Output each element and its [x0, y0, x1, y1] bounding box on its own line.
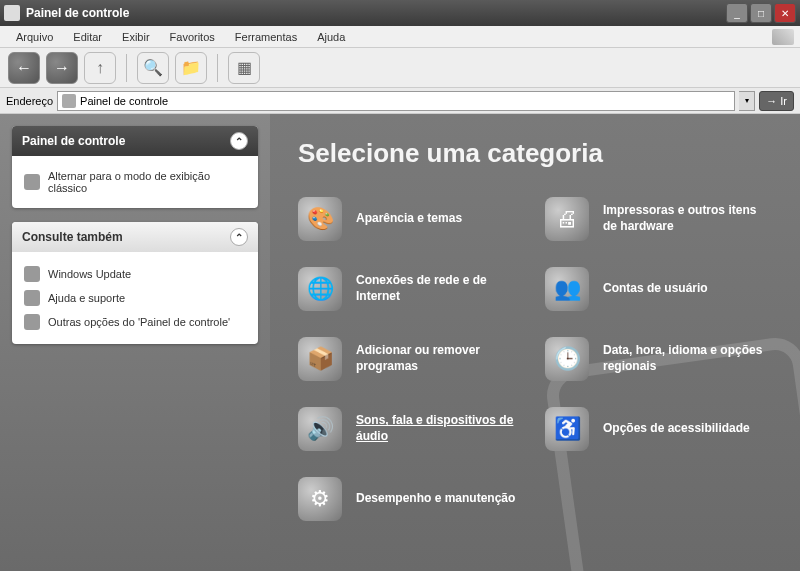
panel-control-title: Painel de controle: [22, 134, 125, 148]
up-button[interactable]: ↑: [84, 52, 116, 84]
go-arrow-icon: →: [766, 95, 777, 107]
search-button[interactable]: 🔍: [137, 52, 169, 84]
category-printers-label: Impressoras e outros itens de hardware: [603, 203, 772, 234]
performance-icon: ⚙: [298, 477, 342, 521]
content-heading: Selecione uma categoria: [298, 138, 772, 169]
gear-icon: [24, 314, 40, 330]
users-icon: 👥: [545, 267, 589, 311]
menubar: Arquivo Editar Exibir Favoritos Ferramen…: [0, 26, 800, 48]
categories-grid: 🎨 Aparência e temas 🖨 Impressoras e outr…: [298, 195, 772, 523]
toolbar-separator: [126, 54, 127, 82]
views-button[interactable]: ▦: [228, 52, 260, 84]
category-printers[interactable]: 🖨 Impressoras e outros itens de hardware: [545, 195, 772, 243]
content: Selecione uma categoria 🎨 Aparência e te…: [270, 114, 800, 571]
category-network[interactable]: 🌐 Conexões de rede e de Internet: [298, 265, 525, 313]
globe-icon: [24, 266, 40, 282]
category-date-time-label: Data, hora, idioma e opções regionais: [603, 343, 772, 374]
category-users[interactable]: 👥 Contas de usuário: [545, 265, 772, 313]
category-add-remove-label: Adicionar ou remover programas: [356, 343, 525, 374]
help-icon: [24, 290, 40, 306]
accessibility-icon: ♿: [545, 407, 589, 451]
category-accessibility[interactable]: ♿ Opções de acessibilidade: [545, 405, 772, 453]
switch-view-icon: [24, 174, 40, 190]
network-icon: 🌐: [298, 267, 342, 311]
category-add-remove[interactable]: 📦 Adicionar ou remover programas: [298, 335, 525, 383]
maximize-button[interactable]: □: [750, 3, 772, 23]
panel-control-header[interactable]: Painel de controle ⌃: [12, 126, 258, 156]
category-appearance[interactable]: 🎨 Aparência e temas: [298, 195, 525, 243]
switch-classic-view[interactable]: Alternar para o modo de exibição clássic…: [24, 166, 246, 198]
menu-editar[interactable]: Editar: [63, 29, 112, 45]
category-network-label: Conexões de rede e de Internet: [356, 273, 525, 304]
category-performance[interactable]: ⚙ Desempenho e manutenção: [298, 475, 525, 523]
category-users-label: Contas de usuário: [603, 281, 708, 297]
category-sounds[interactable]: 🔊 Sons, fala e dispositivos de áudio: [298, 405, 525, 453]
windows-update-label: Windows Update: [48, 268, 131, 280]
panel-control: Painel de controle ⌃ Alternar para o mod…: [12, 126, 258, 208]
back-button[interactable]: ←: [8, 52, 40, 84]
clock-icon: 🕒: [545, 337, 589, 381]
close-button[interactable]: ✕: [774, 3, 796, 23]
speaker-icon: 🔊: [298, 407, 342, 451]
link-other-options[interactable]: Outras opções do 'Painel de controle': [24, 310, 246, 334]
menu-favoritos[interactable]: Favoritos: [160, 29, 225, 45]
main: Painel de controle ⌃ Alternar para o mod…: [0, 114, 800, 571]
menu-arquivo[interactable]: Arquivo: [6, 29, 63, 45]
address-dropdown[interactable]: ▾: [739, 91, 755, 111]
toolbar-separator: [217, 54, 218, 82]
link-windows-update[interactable]: Windows Update: [24, 262, 246, 286]
panel-control-body: Alternar para o modo de exibição clássic…: [12, 156, 258, 208]
category-accessibility-label: Opções de acessibilidade: [603, 421, 750, 437]
toolbar: ← → ↑ 🔍 📁 ▦: [0, 48, 800, 88]
panel-seealso-body: Windows Update Ajuda e suporte Outras op…: [12, 252, 258, 344]
link-help-support[interactable]: Ajuda e suporte: [24, 286, 246, 310]
panel-seealso: Consulte também ⌃ Windows Update Ajuda e…: [12, 222, 258, 344]
palette-icon: 🎨: [298, 197, 342, 241]
go-button[interactable]: → Ir: [759, 91, 794, 111]
menu-ferramentas[interactable]: Ferramentas: [225, 29, 307, 45]
help-support-label: Ajuda e suporte: [48, 292, 125, 304]
address-label: Endereço: [6, 95, 53, 107]
minimize-button[interactable]: _: [726, 3, 748, 23]
control-panel-icon: [62, 94, 76, 108]
folders-button[interactable]: 📁: [175, 52, 207, 84]
addressbar: Endereço Painel de controle ▾ → Ir: [0, 88, 800, 114]
panel-seealso-header[interactable]: Consulte também ⌃: [12, 222, 258, 252]
category-appearance-label: Aparência e temas: [356, 211, 462, 227]
sidebar: Painel de controle ⌃ Alternar para o mod…: [0, 114, 270, 571]
printer-icon: 🖨: [545, 197, 589, 241]
category-date-time[interactable]: 🕒 Data, hora, idioma e opções regionais: [545, 335, 772, 383]
category-performance-label: Desempenho e manutenção: [356, 491, 515, 507]
collapse-icon[interactable]: ⌃: [230, 228, 248, 246]
collapse-icon[interactable]: ⌃: [230, 132, 248, 150]
window-title: Painel de controle: [26, 6, 724, 20]
address-value: Painel de controle: [80, 95, 168, 107]
go-label: Ir: [780, 95, 787, 107]
other-options-label: Outras opções do 'Painel de controle': [48, 316, 230, 328]
package-icon: 📦: [298, 337, 342, 381]
forward-button[interactable]: →: [46, 52, 78, 84]
menu-exibir[interactable]: Exibir: [112, 29, 160, 45]
app-icon: [4, 5, 20, 21]
switch-view-label: Alternar para o modo de exibição clássic…: [48, 170, 246, 194]
windows-flag-icon: [772, 29, 794, 45]
menu-ajuda[interactable]: Ajuda: [307, 29, 355, 45]
panel-seealso-title: Consulte também: [22, 230, 123, 244]
address-input[interactable]: Painel de controle: [57, 91, 735, 111]
category-sounds-label: Sons, fala e dispositivos de áudio: [356, 413, 525, 444]
titlebar: Painel de controle _ □ ✕: [0, 0, 800, 26]
